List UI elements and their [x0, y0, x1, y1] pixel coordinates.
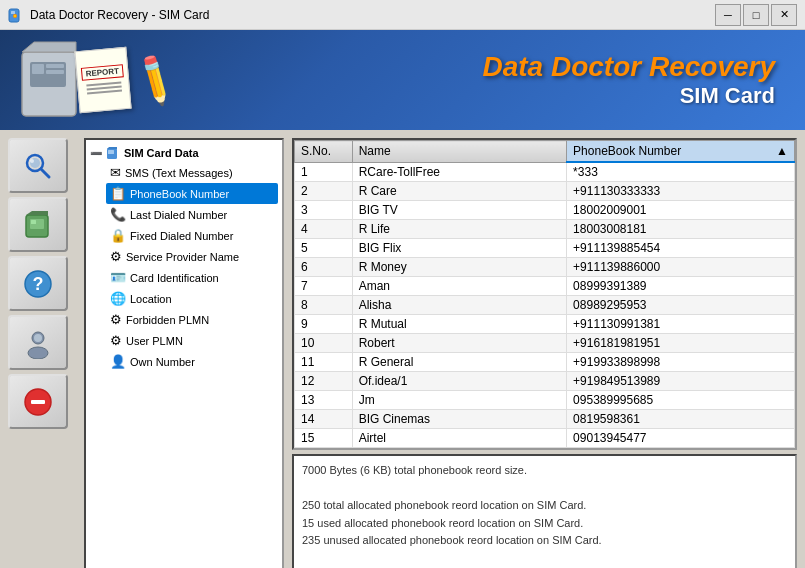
tree-item-icon-service_provider: ⚙	[110, 249, 122, 264]
table-row[interactable]: 4R Life18003008181	[295, 220, 795, 239]
close-button[interactable]: ✕	[771, 4, 797, 26]
tree-panel: ➖ SIM Card Data ✉SMS (Text Messages)📋Pho…	[84, 138, 284, 568]
tree-root[interactable]: ➖ SIM Card Data	[90, 144, 278, 162]
app-header: REPORT ✏️ Data Doctor Recovery SIM Card	[0, 30, 805, 130]
header-title: Data Doctor Recovery	[482, 51, 775, 83]
tree-item-icon-phonebook: 📋	[110, 186, 126, 201]
tree-item-service_provider[interactable]: ⚙Service Provider Name	[106, 246, 278, 267]
tree-item-icon-card_id: 🪪	[110, 270, 126, 285]
table-row[interactable]: 10Robert+916181981951	[295, 334, 795, 353]
tree-item-sms[interactable]: ✉SMS (Text Messages)	[106, 162, 278, 183]
tree-item-last_dialed[interactable]: 📞Last Dialed Number	[106, 204, 278, 225]
cell-name: BIG Cinemas	[352, 410, 566, 429]
svg-marker-15	[26, 211, 48, 215]
svg-rect-17	[31, 220, 36, 224]
stop-icon-btn[interactable]	[8, 374, 68, 429]
cell-phone: *333	[567, 162, 795, 182]
tree-items-container: ✉SMS (Text Messages)📋PhoneBook Number📞La…	[90, 162, 278, 372]
cell-sno: 7	[295, 277, 353, 296]
tree-item-icon-own_number: 👤	[110, 354, 126, 369]
info-line5: 235 unused allocated phonebook reord loc…	[302, 532, 787, 550]
table-scroll[interactable]: S.No. Name PhoneBook Number ▲ 1RCare-Tol…	[294, 140, 795, 448]
table-header: S.No. Name PhoneBook Number ▲	[295, 141, 795, 163]
svg-marker-5	[22, 42, 76, 52]
tree-item-label-card_id: Card Identification	[130, 272, 219, 284]
svg-point-13	[30, 159, 34, 163]
table-row[interactable]: 12Of.idea/1+919849513989	[295, 372, 795, 391]
svg-point-3	[14, 15, 16, 17]
cell-name: Airtel	[352, 429, 566, 448]
cell-phone: 18003008181	[567, 220, 795, 239]
table-row[interactable]: 8Alisha08989295953	[295, 296, 795, 315]
table-body: 1RCare-TollFree*3332R Care+9111303333333…	[295, 162, 795, 448]
help-icon-btn[interactable]: ?	[8, 256, 68, 311]
tree-item-user_plmn[interactable]: ⚙User PLMN	[106, 330, 278, 351]
user-icon-btn[interactable]	[8, 315, 68, 370]
table-row[interactable]: 9R Mutual+911130991381	[295, 315, 795, 334]
table-row[interactable]: 13Jm095389995685	[295, 391, 795, 410]
cell-name: Jm	[352, 391, 566, 410]
cell-name: Aman	[352, 277, 566, 296]
tree-item-label-last_dialed: Last Dialed Number	[130, 209, 227, 221]
table-row[interactable]: 6R Money+911139886000	[295, 258, 795, 277]
tree-item-fixed_dialed[interactable]: 🔒Fixed Dialed Number	[106, 225, 278, 246]
app-icon	[8, 7, 24, 23]
col-header-name[interactable]: Name	[352, 141, 566, 163]
table-row[interactable]: 14BIG Cinemas0819598361	[295, 410, 795, 429]
cell-sno: 14	[295, 410, 353, 429]
tree-item-own_number[interactable]: 👤Own Number	[106, 351, 278, 372]
cell-sno: 8	[295, 296, 353, 315]
tree-item-forbidden_plmn[interactable]: ⚙Forbidden PLMN	[106, 309, 278, 330]
table-row[interactable]: 11R General+919933898998	[295, 353, 795, 372]
cell-name: R Care	[352, 182, 566, 201]
table-row[interactable]: 7Aman08999391389	[295, 277, 795, 296]
cell-sno: 3	[295, 201, 353, 220]
svg-rect-7	[32, 64, 44, 74]
col-header-phone[interactable]: PhoneBook Number ▲	[567, 141, 795, 163]
cell-name: BIG Flix	[352, 239, 566, 258]
table-container: S.No. Name PhoneBook Number ▲ 1RCare-Tol…	[292, 138, 797, 450]
cell-sno: 11	[295, 353, 353, 372]
tree-item-card_id[interactable]: 🪪Card Identification	[106, 267, 278, 288]
cell-phone: +911139885454	[567, 239, 795, 258]
cell-phone: +916181981951	[567, 334, 795, 353]
minimize-button[interactable]: ─	[715, 4, 741, 26]
info-line3: 250 total allocated phonebook reord loca…	[302, 497, 787, 515]
cell-phone: 0819598361	[567, 410, 795, 429]
sim-icon-btn[interactable]	[8, 197, 68, 252]
cell-sno: 5	[295, 239, 353, 258]
tree-item-label-forbidden_plmn: Forbidden PLMN	[126, 314, 209, 326]
info-line4: 15 used allocated phonebook reord locati…	[302, 515, 787, 533]
tree-item-label-fixed_dialed: Fixed Dialed Number	[130, 230, 233, 242]
cell-phone: +919849513989	[567, 372, 795, 391]
table-row[interactable]: 2R Care+911130333333	[295, 182, 795, 201]
svg-rect-9	[46, 70, 64, 74]
cell-name: R General	[352, 353, 566, 372]
cell-phone: +911139886000	[567, 258, 795, 277]
titlebar: Data Doctor Recovery - SIM Card ─ □ ✕	[0, 0, 805, 30]
tree-item-location[interactable]: 🌐Location	[106, 288, 278, 309]
table-row[interactable]: 1RCare-TollFree*333	[295, 162, 795, 182]
tree-item-phonebook[interactable]: 📋PhoneBook Number	[106, 183, 278, 204]
cell-phone: 09013945477	[567, 429, 795, 448]
tree-item-icon-location: 🌐	[110, 291, 126, 306]
cell-sno: 6	[295, 258, 353, 277]
logo-group: REPORT ✏️	[20, 40, 178, 120]
col-header-sno[interactable]: S.No.	[295, 141, 353, 163]
header-subtitle: SIM Card	[680, 83, 775, 109]
table-row[interactable]: 5BIG Flix+911139885454	[295, 239, 795, 258]
tree-item-icon-sms: ✉	[110, 165, 121, 180]
maximize-button[interactable]: □	[743, 4, 769, 26]
cell-phone: +919933898998	[567, 353, 795, 372]
cell-phone: 08999391389	[567, 277, 795, 296]
table-row[interactable]: 15Airtel09013945477	[295, 429, 795, 448]
tree-item-label-service_provider: Service Provider Name	[126, 251, 239, 263]
svg-point-21	[28, 347, 48, 359]
sim-tree-icon	[106, 146, 120, 160]
search-icon-btn[interactable]	[8, 138, 68, 193]
cell-sno: 12	[295, 372, 353, 391]
cell-phone: 18002009001	[567, 201, 795, 220]
cell-sno: 1	[295, 162, 353, 182]
svg-marker-26	[107, 147, 117, 149]
table-row[interactable]: 3BIG TV18002009001	[295, 201, 795, 220]
